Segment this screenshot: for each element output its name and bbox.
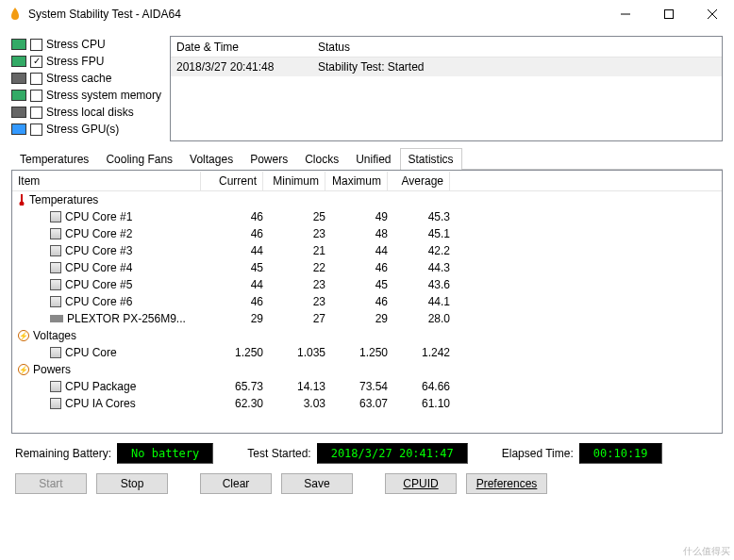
val-minimum: 22 — [263, 261, 325, 274]
stats-row[interactable]: CPU IA Cores 62.30 3.03 63.07 61.10 — [12, 395, 722, 412]
log-status: Stability Test: Started — [312, 58, 722, 75]
val-maximum: 46 — [325, 295, 388, 308]
stress-options: Stress CPU ✓ Stress FPU Stress cache Str… — [11, 36, 162, 141]
save-button[interactable]: Save — [281, 473, 353, 494]
val-maximum: 1.250 — [325, 346, 388, 359]
hw-icon — [11, 107, 26, 118]
col-current: Current — [201, 172, 263, 190]
tab-statistics[interactable]: Statistics — [400, 148, 462, 170]
val-average: 45.1 — [388, 227, 450, 240]
stats-row[interactable]: CPU Core #4 45 22 46 44.3 — [12, 259, 722, 276]
preferences-button[interactable]: Preferences — [466, 473, 547, 494]
hw-icon — [11, 56, 26, 67]
checkbox-icon[interactable] — [30, 107, 42, 119]
stress-item[interactable]: ✓ Stress FPU — [11, 53, 162, 70]
stress-label: Stress GPU(s) — [46, 123, 119, 136]
val-minimum: 1.035 — [263, 346, 325, 359]
val-average: 45.3 — [388, 210, 450, 223]
val-current: 45 — [201, 261, 263, 274]
checkbox-icon[interactable]: ✓ — [30, 56, 42, 68]
power-icon: ⚡ — [18, 364, 29, 375]
val-maximum: 29 — [325, 312, 388, 325]
chip-icon — [50, 228, 61, 239]
stats-row[interactable]: CPU Core #6 46 23 46 44.1 — [12, 293, 722, 310]
stress-item[interactable]: Stress system memory — [11, 87, 162, 104]
val-maximum: 46 — [325, 261, 388, 274]
row-label: CPU Core — [65, 346, 117, 359]
val-average: 43.6 — [388, 278, 450, 291]
hw-icon — [11, 124, 26, 135]
log-row[interactable]: 2018/3/27 20:41:48Stability Test: Starte… — [171, 58, 722, 76]
col-maximum: Maximum — [325, 172, 388, 190]
tab-clocks[interactable]: Clocks — [296, 148, 347, 170]
stats-group[interactable]: ⚡Voltages — [12, 327, 722, 344]
clear-button[interactable]: Clear — [200, 473, 272, 494]
tab-powers[interactable]: Powers — [242, 148, 296, 170]
tab-cooling-fans[interactable]: Cooling Fans — [97, 148, 181, 170]
group-label: Powers — [33, 363, 71, 376]
hw-icon — [11, 90, 26, 101]
val-current: 29 — [201, 312, 263, 325]
cpuid-button[interactable]: CPUID — [385, 473, 457, 494]
battery-value: No battery — [117, 443, 213, 464]
stress-label: Stress system memory — [46, 89, 161, 102]
row-label: CPU Core #4 — [65, 261, 132, 274]
val-average: 28.0 — [388, 312, 450, 325]
stats-row[interactable]: CPU Package 65.73 14.13 73.54 64.66 — [12, 378, 722, 395]
row-label: PLEXTOR PX-256M9... — [67, 312, 186, 325]
stats-group[interactable]: Temperatures — [12, 191, 722, 208]
stats-row[interactable]: CPU Core #5 44 23 45 43.6 — [12, 276, 722, 293]
chip-icon — [50, 211, 61, 222]
val-average: 1.242 — [388, 346, 450, 359]
stats-row[interactable]: CPU Core #2 46 23 48 45.1 — [12, 225, 722, 242]
tab-temperatures[interactable]: Temperatures — [11, 148, 97, 170]
stress-item[interactable]: Stress CPU — [11, 36, 162, 53]
row-label: CPU Core #6 — [65, 295, 132, 308]
log-header-date: Date & Time — [171, 39, 312, 56]
checkbox-icon[interactable] — [30, 90, 42, 102]
val-maximum: 44 — [325, 244, 388, 257]
log-date: 2018/3/27 20:41:48 — [171, 58, 312, 75]
svg-rect-4 — [21, 194, 23, 202]
val-maximum: 48 — [325, 227, 388, 240]
chip-icon — [50, 296, 61, 307]
tab-unified[interactable]: Unified — [347, 148, 399, 170]
row-label: CPU Core #3 — [65, 244, 132, 257]
stop-button[interactable]: Stop — [96, 473, 168, 494]
checkbox-icon[interactable] — [30, 73, 42, 85]
stats-group[interactable]: ⚡Powers — [12, 361, 722, 378]
stress-item[interactable]: Stress GPU(s) — [11, 121, 162, 138]
svg-point-5 — [20, 202, 25, 206]
val-current: 44 — [201, 244, 263, 257]
stats-row[interactable]: CPU Core 1.250 1.035 1.250 1.242 — [12, 344, 722, 361]
chip-icon — [50, 245, 61, 256]
maximize-button[interactable] — [647, 0, 691, 28]
val-maximum: 49 — [325, 210, 388, 223]
stats-row[interactable]: CPU Core #3 44 21 44 42.2 — [12, 242, 722, 259]
stress-label: Stress cache — [46, 72, 111, 85]
col-average: Average — [388, 172, 450, 190]
close-button[interactable] — [691, 0, 734, 28]
checkbox-icon[interactable] — [30, 124, 42, 136]
chip-icon — [50, 262, 61, 273]
hw-icon — [11, 73, 26, 84]
val-average: 61.10 — [388, 397, 450, 410]
minimize-button[interactable] — [604, 0, 647, 28]
val-minimum: 23 — [263, 278, 325, 291]
voltage-icon: ⚡ — [18, 330, 29, 341]
val-maximum: 45 — [325, 278, 388, 291]
stats-row[interactable]: PLEXTOR PX-256M9... 29 27 29 28.0 — [12, 310, 722, 327]
stress-item[interactable]: Stress cache — [11, 70, 162, 87]
val-current: 44 — [201, 278, 263, 291]
col-item: Item — [12, 172, 201, 190]
statistics-table[interactable]: Item Current Minimum Maximum Average Tem… — [11, 170, 723, 434]
col-minimum: Minimum — [263, 172, 325, 190]
stress-item[interactable]: Stress local disks — [11, 104, 162, 121]
stats-row[interactable]: CPU Core #1 46 25 49 45.3 — [12, 208, 722, 225]
start-button[interactable]: Start — [15, 473, 87, 494]
hw-icon — [11, 39, 26, 50]
tab-voltages[interactable]: Voltages — [181, 148, 242, 170]
checkbox-icon[interactable] — [30, 39, 42, 51]
stress-label: Stress CPU — [46, 38, 106, 51]
started-label: Test Started: — [247, 447, 310, 460]
